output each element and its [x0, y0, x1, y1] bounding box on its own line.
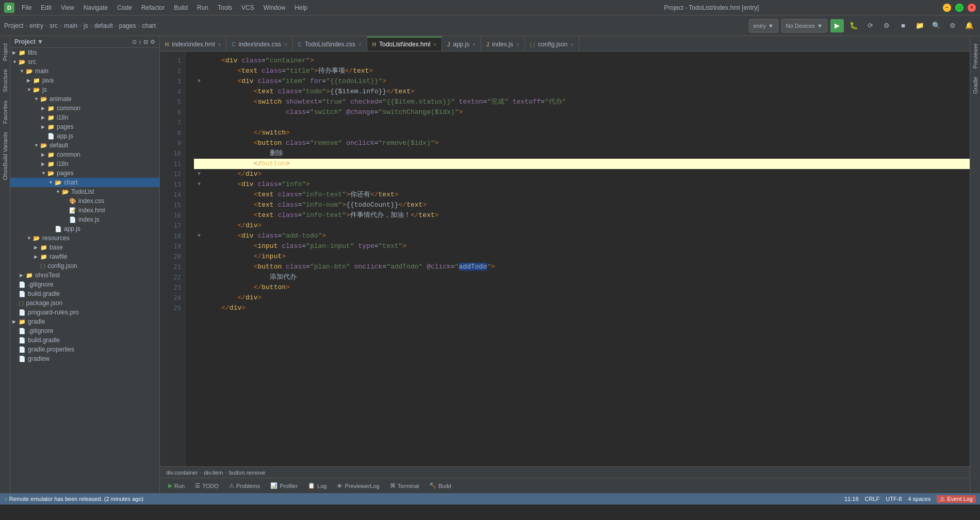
tree-index-hml[interactable]: 📝 index.hml: [10, 206, 159, 215]
tree-java[interactable]: ▶ 📁 java: [10, 76, 159, 85]
breadcrumb-button-remove[interactable]: button.remove: [229, 469, 265, 476]
bottom-tab-problems[interactable]: ⚠ Problems: [225, 480, 264, 492]
bottom-tab-terminal[interactable]: ⌘ Terminal: [386, 480, 423, 492]
breadcrumb-main[interactable]: main: [64, 22, 77, 29]
tree-common[interactable]: ▶ 📁 common: [10, 104, 159, 113]
sync-button[interactable]: ⟳: [863, 19, 877, 32]
search-button[interactable]: 🔍: [929, 19, 943, 32]
menu-code[interactable]: Code: [113, 3, 136, 12]
menu-navigate[interactable]: Navigate: [79, 3, 112, 12]
debug-button[interactable]: 🐛: [847, 19, 860, 32]
tab-todolist-index-css[interactable]: C TodoList\index.css ×: [293, 37, 367, 51]
breadcrumb-js[interactable]: js: [84, 22, 88, 29]
tree-proguard[interactable]: 📄 proguard-rules.pro: [10, 308, 159, 317]
tree-base[interactable]: ▶ 📁 base: [10, 243, 159, 252]
tree-i18n[interactable]: ▶ 📁 i18n: [10, 113, 159, 122]
breadcrumb-project[interactable]: Project: [4, 22, 23, 29]
structure-tab[interactable]: Structure: [1, 66, 9, 95]
tree-main[interactable]: ▼ 📂 main: [10, 66, 159, 76]
menu-vcs[interactable]: VCS: [237, 3, 258, 12]
tree-todolist[interactable]: ▼ 📂 TodoList: [10, 187, 159, 196]
tree-default[interactable]: ▼ 📂 default: [10, 141, 159, 150]
menu-tools[interactable]: Tools: [214, 3, 236, 12]
tab-index-index-css[interactable]: C index\index.css ×: [226, 37, 292, 51]
menu-file[interactable]: File: [18, 3, 36, 12]
breadcrumb-default[interactable]: default: [94, 22, 113, 29]
notifications-button[interactable]: 🔔: [962, 19, 976, 32]
tree-index-js[interactable]: 📄 index.js: [10, 215, 159, 224]
menu-edit[interactable]: Edit: [37, 3, 56, 12]
tree-app2-js[interactable]: 📄 app.js: [10, 224, 159, 233]
tree-pages[interactable]: ▼ 📂 pages: [10, 169, 159, 178]
bottom-tab-profiler[interactable]: 📊 Profiler: [266, 480, 302, 492]
bottom-tab-run[interactable]: ▶ Run: [164, 480, 189, 492]
menu-window[interactable]: Window: [259, 3, 290, 12]
code-content[interactable]: <div class="container"> <text class="tit…: [186, 52, 970, 466]
tree-chart[interactable]: ▼ 📂 chart: [10, 178, 159, 187]
tab-index-js[interactable]: J index.js ×: [481, 37, 525, 51]
tab-todolist-index-hml[interactable]: H TodoList\index.hml ×: [367, 37, 442, 51]
tree-index-css[interactable]: 🎨 index.css: [10, 196, 159, 206]
tree-config-json[interactable]: { } config.json: [10, 261, 159, 271]
bottom-tab-build[interactable]: 🔨 Build: [425, 480, 455, 492]
menu-help[interactable]: Help: [290, 3, 312, 12]
favorites-tab[interactable]: Favorites: [1, 97, 9, 127]
tree-gitignore[interactable]: 📄 .gitignore: [10, 280, 159, 289]
tree-libs[interactable]: ▶ 📁 libs: [10, 48, 159, 57]
ohosbuild-tab[interactable]: OhosBuild Variants: [1, 129, 9, 183]
tree-common2[interactable]: ▶ 📁 common: [10, 150, 159, 159]
tree-gradlew[interactable]: 📄 gradlew: [10, 354, 159, 363]
breadcrumb-chart[interactable]: chart: [142, 22, 156, 29]
breadcrumb-entry[interactable]: entry: [29, 22, 43, 29]
tab-index-index-hml[interactable]: H index\index.hml ×: [160, 37, 226, 51]
tab-close-index-index-css[interactable]: ×: [284, 42, 287, 47]
panel-sort-icon[interactable]: ↕: [139, 39, 142, 45]
tab-close-todolist-index-css[interactable]: ×: [358, 42, 362, 47]
stop-button[interactable]: ■: [896, 19, 910, 32]
event-log-button[interactable]: ⚠ Event Log: [937, 495, 976, 503]
bottom-tab-previewer-log[interactable]: 👁 PreviewerLog: [333, 480, 383, 492]
close-button[interactable]: ×: [968, 4, 976, 12]
tab-close-app-js[interactable]: ×: [472, 42, 476, 47]
build-config-button[interactable]: ⚙: [880, 19, 893, 32]
breadcrumb-div-container[interactable]: div.container: [166, 469, 198, 476]
project-tab[interactable]: Project: [1, 40, 9, 64]
menu-build[interactable]: Build: [170, 3, 192, 12]
previewer-tab[interactable]: Previewer: [971, 40, 979, 72]
panel-collapse-icon[interactable]: ⊟: [143, 39, 148, 45]
entry-dropdown[interactable]: entry ▼: [749, 19, 778, 32]
tree-package-json[interactable]: { } package.json: [10, 298, 159, 308]
breadcrumb-pages[interactable]: pages: [119, 22, 136, 29]
settings-button[interactable]: ⚙: [946, 19, 959, 32]
tree-js[interactable]: ▼ 📂 js: [10, 85, 159, 94]
device-selector[interactable]: No Devices ▼: [781, 19, 827, 32]
tab-close-config-json[interactable]: ×: [570, 42, 574, 47]
tab-close-index-js[interactable]: ×: [516, 42, 519, 47]
tree-build-gradle2[interactable]: 📄 build.gradle: [10, 336, 159, 345]
bottom-tab-todo[interactable]: ☰ TODO: [191, 480, 223, 492]
maximize-button[interactable]: □: [955, 4, 963, 12]
tree-gitignore2[interactable]: 📄 .gitignore: [10, 326, 159, 336]
gradle-tab[interactable]: Gradle: [971, 74, 979, 97]
tab-close-todolist-index-hml[interactable]: ×: [433, 42, 436, 47]
tree-resources[interactable]: ▼ 📂 resources: [10, 233, 159, 243]
menu-view[interactable]: View: [57, 3, 78, 12]
tree-src[interactable]: ▼ 📂 src: [10, 57, 159, 66]
bottom-tab-log[interactable]: 📋 Log: [304, 480, 331, 492]
breadcrumb-div-item[interactable]: div.item: [204, 469, 223, 476]
tree-animate[interactable]: ▼ 📂 animate: [10, 94, 159, 104]
breadcrumb-src[interactable]: src: [50, 22, 58, 29]
menu-run[interactable]: Run: [193, 3, 213, 12]
tree-app-js-animate[interactable]: 📄 app.js: [10, 131, 159, 141]
tree-gradle-folder[interactable]: ▶ 📁 gradle: [10, 317, 159, 326]
tree-rawfile[interactable]: ▶ 📁 rawfile: [10, 252, 159, 261]
panel-settings-icon[interactable]: ⚙: [150, 39, 155, 45]
tree-i18n2[interactable]: ▶ 📁 i18n: [10, 159, 159, 169]
tab-close-index-index-hml[interactable]: ×: [218, 42, 221, 47]
tree-build-gradle[interactable]: 📄 build.gradle: [10, 289, 159, 298]
run-button[interactable]: ▶: [830, 19, 844, 32]
tree-gradle-props[interactable]: 📄 gradle.properties: [10, 345, 159, 354]
project-structure-button[interactable]: 📁: [913, 19, 926, 32]
tab-config-json[interactable]: { } config.json ×: [525, 37, 580, 51]
menu-refactor[interactable]: Refactor: [137, 3, 169, 12]
